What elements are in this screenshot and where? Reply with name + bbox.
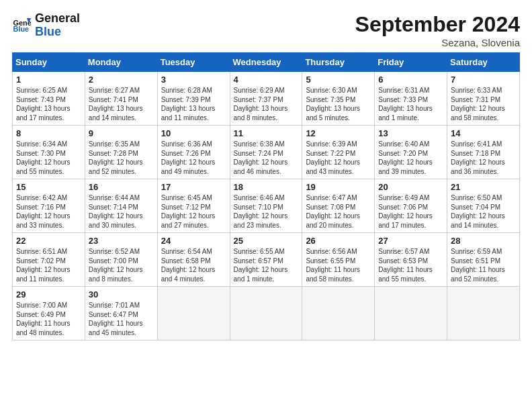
calendar-cell xyxy=(157,287,230,340)
cell-info: Sunrise: 6:56 AMSunset: 6:55 PMDaylight:… xyxy=(306,247,371,283)
day-number: 28 xyxy=(451,236,516,246)
day-number: 20 xyxy=(378,182,443,192)
calendar-cell: 19 Sunrise: 6:47 AMSunset: 7:08 PMDaylig… xyxy=(302,179,375,233)
logo-general: General xyxy=(35,11,80,25)
calendar-cell: 12 Sunrise: 6:39 AMSunset: 7:22 PMDaylig… xyxy=(302,126,375,179)
col-header-saturday: Saturday xyxy=(447,53,520,72)
cell-info: Sunrise: 6:27 AMSunset: 7:41 PMDaylight:… xyxy=(89,86,154,122)
calendar-cell: 20 Sunrise: 6:49 AMSunset: 7:06 PMDaylig… xyxy=(375,179,447,233)
cell-info: Sunrise: 6:47 AMSunset: 7:08 PMDaylight:… xyxy=(306,193,371,230)
cell-info: Sunrise: 6:29 AMSunset: 7:37 PMDaylight:… xyxy=(234,86,299,122)
month-title: September 2024 xyxy=(355,12,520,37)
calendar-cell: 15 Sunrise: 6:42 AMSunset: 7:16 PMDaylig… xyxy=(13,179,85,233)
day-number: 26 xyxy=(306,236,371,246)
calendar-cell xyxy=(302,287,375,340)
calendar-cell xyxy=(375,287,447,340)
col-header-friday: Friday xyxy=(375,53,447,72)
calendar-cell: 30 Sunrise: 7:01 AMSunset: 6:47 PMDaylig… xyxy=(85,287,157,340)
col-header-monday: Monday xyxy=(85,53,157,72)
cell-info: Sunrise: 6:39 AMSunset: 7:22 PMDaylight:… xyxy=(306,140,371,176)
day-number: 18 xyxy=(234,182,299,192)
calendar-cell: 6 Sunrise: 6:31 AMSunset: 7:33 PMDayligh… xyxy=(375,72,447,126)
logo-blue: Blue xyxy=(35,26,80,39)
calendar-cell: 24 Sunrise: 6:54 AMSunset: 6:58 PMDaylig… xyxy=(157,233,230,287)
cell-info: Sunrise: 6:46 AMSunset: 7:10 PMDaylight:… xyxy=(234,193,299,230)
calendar-cell: 13 Sunrise: 6:40 AMSunset: 7:20 PMDaylig… xyxy=(375,126,447,179)
calendar-cell: 10 Sunrise: 6:36 AMSunset: 7:26 PMDaylig… xyxy=(157,126,230,179)
calendar-week-row: 8 Sunrise: 6:34 AMSunset: 7:30 PMDayligh… xyxy=(13,126,520,179)
calendar-cell: 23 Sunrise: 6:52 AMSunset: 7:00 PMDaylig… xyxy=(85,233,157,287)
day-number: 3 xyxy=(161,75,226,85)
day-number: 6 xyxy=(378,75,443,85)
title-block: September 2024 Sezana, Slovenia xyxy=(355,12,520,48)
day-number: 17 xyxy=(161,182,226,192)
day-number: 11 xyxy=(234,128,299,138)
day-number: 25 xyxy=(234,236,299,246)
calendar-cell: 4 Sunrise: 6:29 AMSunset: 7:37 PMDayligh… xyxy=(230,72,302,126)
cell-info: Sunrise: 6:28 AMSunset: 7:39 PMDaylight:… xyxy=(161,86,226,122)
calendar-cell: 29 Sunrise: 7:00 AMSunset: 6:49 PMDaylig… xyxy=(13,287,85,340)
calendar-cell: 27 Sunrise: 6:57 AMSunset: 6:53 PMDaylig… xyxy=(375,233,447,287)
day-number: 2 xyxy=(89,75,154,85)
day-number: 30 xyxy=(89,289,154,300)
cell-info: Sunrise: 6:31 AMSunset: 7:33 PMDaylight:… xyxy=(378,86,443,122)
day-number: 15 xyxy=(16,182,81,192)
calendar-cell: 21 Sunrise: 6:50 AMSunset: 7:04 PMDaylig… xyxy=(447,179,520,233)
cell-info: Sunrise: 6:45 AMSunset: 7:12 PMDaylight:… xyxy=(161,193,226,230)
cell-info: Sunrise: 6:34 AMSunset: 7:30 PMDaylight:… xyxy=(16,140,81,176)
day-number: 1 xyxy=(16,75,81,85)
cell-info: Sunrise: 6:33 AMSunset: 7:31 PMDaylight:… xyxy=(451,86,516,122)
cell-info: Sunrise: 6:57 AMSunset: 6:53 PMDaylight:… xyxy=(378,247,443,283)
day-number: 23 xyxy=(89,236,154,246)
day-number: 22 xyxy=(16,236,81,246)
cell-info: Sunrise: 6:52 AMSunset: 7:00 PMDaylight:… xyxy=(89,247,154,283)
calendar-cell xyxy=(230,287,302,340)
col-header-sunday: Sunday xyxy=(13,53,85,72)
col-header-thursday: Thursday xyxy=(302,53,375,72)
calendar-cell: 18 Sunrise: 6:46 AMSunset: 7:10 PMDaylig… xyxy=(230,179,302,233)
day-number: 5 xyxy=(306,75,371,85)
day-number: 21 xyxy=(451,182,516,192)
cell-info: Sunrise: 6:51 AMSunset: 7:02 PMDaylight:… xyxy=(16,247,81,283)
calendar-cell: 7 Sunrise: 6:33 AMSunset: 7:31 PMDayligh… xyxy=(447,72,520,126)
day-number: 19 xyxy=(306,182,371,192)
calendar-cell: 8 Sunrise: 6:34 AMSunset: 7:30 PMDayligh… xyxy=(13,126,85,179)
cell-info: Sunrise: 6:40 AMSunset: 7:20 PMDaylight:… xyxy=(378,140,443,176)
day-number: 13 xyxy=(378,128,443,138)
calendar-cell: 5 Sunrise: 6:30 AMSunset: 7:35 PMDayligh… xyxy=(302,72,375,126)
day-number: 7 xyxy=(451,75,516,85)
cell-info: Sunrise: 6:50 AMSunset: 7:04 PMDaylight:… xyxy=(451,193,516,230)
day-number: 27 xyxy=(378,236,443,246)
calendar-header-row: SundayMondayTuesdayWednesdayThursdayFrid… xyxy=(13,53,520,72)
day-number: 8 xyxy=(16,128,81,138)
calendar-cell: 14 Sunrise: 6:41 AMSunset: 7:18 PMDaylig… xyxy=(447,126,520,179)
svg-text:Blue: Blue xyxy=(13,25,30,33)
calendar-cell: 17 Sunrise: 6:45 AMSunset: 7:12 PMDaylig… xyxy=(157,179,230,233)
calendar-cell: 22 Sunrise: 6:51 AMSunset: 7:02 PMDaylig… xyxy=(13,233,85,287)
calendar-cell: 3 Sunrise: 6:28 AMSunset: 7:39 PMDayligh… xyxy=(157,72,230,126)
cell-info: Sunrise: 6:38 AMSunset: 7:24 PMDaylight:… xyxy=(234,140,299,176)
logo-icon: General Blue xyxy=(12,16,31,35)
calendar-cell: 9 Sunrise: 6:35 AMSunset: 7:28 PMDayligh… xyxy=(85,126,157,179)
cell-info: Sunrise: 6:44 AMSunset: 7:14 PMDaylight:… xyxy=(89,193,154,230)
cell-info: Sunrise: 6:59 AMSunset: 6:51 PMDaylight:… xyxy=(451,247,516,283)
calendar-week-row: 29 Sunrise: 7:00 AMSunset: 6:49 PMDaylig… xyxy=(13,287,520,340)
day-number: 10 xyxy=(161,128,226,138)
day-number: 9 xyxy=(89,128,154,138)
calendar-cell: 26 Sunrise: 6:56 AMSunset: 6:55 PMDaylig… xyxy=(302,233,375,287)
calendar-cell: 28 Sunrise: 6:59 AMSunset: 6:51 PMDaylig… xyxy=(447,233,520,287)
cell-info: Sunrise: 6:41 AMSunset: 7:18 PMDaylight:… xyxy=(451,140,516,176)
cell-info: Sunrise: 6:30 AMSunset: 7:35 PMDaylight:… xyxy=(306,86,371,122)
cell-info: Sunrise: 6:25 AMSunset: 7:43 PMDaylight:… xyxy=(16,86,81,122)
cell-info: Sunrise: 7:00 AMSunset: 6:49 PMDaylight:… xyxy=(16,301,81,337)
calendar-week-row: 22 Sunrise: 6:51 AMSunset: 7:02 PMDaylig… xyxy=(13,233,520,287)
cell-info: Sunrise: 6:35 AMSunset: 7:28 PMDaylight:… xyxy=(89,140,154,176)
day-number: 24 xyxy=(161,236,226,246)
day-number: 12 xyxy=(306,128,371,138)
cell-info: Sunrise: 7:01 AMSunset: 6:47 PMDaylight:… xyxy=(89,301,154,337)
calendar-cell: 25 Sunrise: 6:55 AMSunset: 6:57 PMDaylig… xyxy=(230,233,302,287)
calendar-cell: 2 Sunrise: 6:27 AMSunset: 7:41 PMDayligh… xyxy=(85,72,157,126)
calendar-week-row: 15 Sunrise: 6:42 AMSunset: 7:16 PMDaylig… xyxy=(13,179,520,233)
calendar-cell: 16 Sunrise: 6:44 AMSunset: 7:14 PMDaylig… xyxy=(85,179,157,233)
cell-info: Sunrise: 6:36 AMSunset: 7:26 PMDaylight:… xyxy=(161,140,226,176)
